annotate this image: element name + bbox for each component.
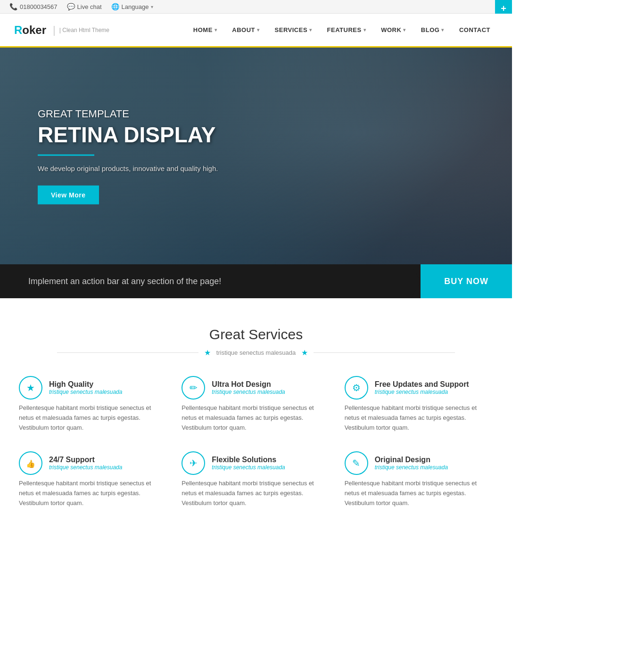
divider-line-left <box>57 352 198 353</box>
service-name: 24/7 Support <box>49 456 122 464</box>
service-card-original: Original Design tristique senectus males… <box>345 451 493 508</box>
divider-line-right <box>314 352 455 353</box>
service-icon-wrap <box>19 376 42 400</box>
chevron-down-icon: ▾ <box>363 27 366 33</box>
logo-rest: oker <box>22 24 46 37</box>
service-header: Flexible Solutions tristique senectus ma… <box>182 451 330 475</box>
language-label: Language <box>122 3 149 10</box>
service-info: 24/7 Support tristique senectus malesuad… <box>49 456 122 471</box>
globe-icon: 🌐 <box>111 3 119 10</box>
logo-subtitle: | Clean Html Theme <box>59 27 109 33</box>
brush-icon <box>190 382 198 393</box>
plane-icon <box>190 457 198 469</box>
star-icon-left: ★ <box>204 348 211 357</box>
service-name: Free Updates and Support <box>375 380 469 389</box>
live-chat-item[interactable]: 💬 Live chat <box>67 3 102 10</box>
live-chat-label: Live chat <box>77 3 102 10</box>
action-bar: Implement an action bar at any section o… <box>0 264 512 298</box>
nav-services[interactable]: SERVICES ▾ <box>267 13 320 47</box>
phone-number: 01800034567 <box>20 3 58 10</box>
section-tagline: tristique senectus malesuada <box>216 349 296 356</box>
hero-section: GREAT TEMPLATE RETINA DISPLAY We develop… <box>0 48 512 264</box>
service-icon-wrap <box>182 376 205 400</box>
hero-content: GREAT TEMPLATE RETINA DISPLAY We develop… <box>38 108 218 204</box>
section-divider: ★ tristique senectus malesuada ★ <box>19 348 493 357</box>
service-description: Pellentesque habitant morbi tristique se… <box>19 403 167 433</box>
logo[interactable]: R oker <box>14 24 46 37</box>
service-name: Flexible Solutions <box>212 456 285 464</box>
service-tagline: tristique senectus malesuada <box>212 389 285 395</box>
service-info: Ultra Hot Design tristique senectus male… <box>212 380 285 395</box>
service-name: High Quality <box>49 380 122 389</box>
service-header: Free Updates and Support tristique senec… <box>345 376 493 400</box>
chevron-down-icon: ▾ <box>441 27 444 33</box>
service-header: 24/7 Support tristique senectus malesuad… <box>19 451 167 475</box>
service-tagline: tristique senectus malesuada <box>375 389 469 395</box>
service-card-support: 24/7 Support tristique senectus malesuad… <box>19 451 167 508</box>
service-tagline: tristique senectus malesuada <box>49 389 122 395</box>
service-icon-wrap <box>345 451 368 475</box>
language-item[interactable]: 🌐 Language ▾ <box>111 3 154 10</box>
chevron-down-icon: ▾ <box>309 27 312 33</box>
service-tagline: tristique senectus malesuada <box>49 464 122 471</box>
service-info: High Quality tristique senectus malesuad… <box>49 380 122 395</box>
thumb-icon <box>26 458 35 469</box>
service-card-high-quality: High Quality tristique senectus malesuad… <box>19 376 167 433</box>
chevron-down-icon: ▾ <box>257 27 260 33</box>
service-icon-wrap <box>345 376 368 400</box>
star-icon <box>26 382 35 393</box>
navbar: R oker | | Clean Html Theme HOME ▾ ABOUT… <box>0 14 512 48</box>
service-card-updates: Free Updates and Support tristique senec… <box>345 376 493 433</box>
service-description: Pellentesque habitant morbi tristique se… <box>182 479 330 508</box>
section-header: Great Services ★ tristique senectus male… <box>19 326 493 357</box>
hero-cta-button[interactable]: View More <box>38 185 99 204</box>
top-bar: 📞 01800034567 💬 Live chat 🌐 Language ▾ + <box>0 0 512 14</box>
service-description: Pellentesque habitant morbi tristique se… <box>182 403 330 433</box>
service-header: Original Design tristique senectus males… <box>345 451 493 475</box>
nav-features[interactable]: FEATURES ▾ <box>320 13 374 47</box>
hero-subtitle: GREAT TEMPLATE <box>38 108 218 120</box>
nav-blog[interactable]: BLOG ▾ <box>413 13 452 47</box>
star-icon-right: ★ <box>301 348 308 357</box>
nav-links: HOME ▾ ABOUT ▾ SERVICES ▾ FEATURES ▾ WOR… <box>186 13 498 47</box>
service-icon-wrap <box>182 451 205 475</box>
hero-divider <box>38 154 94 155</box>
service-description: Pellentesque habitant morbi tristique se… <box>19 479 167 508</box>
action-bar-text: Implement an action bar at any section o… <box>0 277 421 286</box>
service-tagline: tristique senectus malesuada <box>375 464 448 471</box>
chevron-down-icon: ▾ <box>215 27 217 33</box>
chevron-down-icon: ▾ <box>151 4 153 9</box>
service-card-ultra-hot: Ultra Hot Design tristique senectus male… <box>182 376 330 433</box>
service-name: Ultra Hot Design <box>212 380 285 389</box>
buy-now-button[interactable]: BUY NOW <box>421 264 512 298</box>
nav-about[interactable]: ABOUT ▾ <box>224 13 267 47</box>
service-info: Original Design tristique senectus males… <box>375 456 448 471</box>
service-name: Original Design <box>375 456 448 464</box>
section-title: Great Services <box>19 326 493 343</box>
services-section: Great Services ★ tristique senectus male… <box>0 298 512 527</box>
service-description: Pellentesque habitant morbi tristique se… <box>345 479 493 508</box>
service-icon-wrap <box>19 451 42 475</box>
nav-home[interactable]: HOME ▾ <box>186 13 225 47</box>
nav-work[interactable]: WORK ▾ <box>373 13 413 47</box>
service-card-flexible: Flexible Solutions tristique senectus ma… <box>182 451 330 508</box>
share-icon <box>352 382 361 393</box>
nav-contact[interactable]: CONTACT <box>452 13 498 47</box>
logo-r: R <box>14 24 22 37</box>
service-info: Free Updates and Support tristique senec… <box>375 380 469 395</box>
services-grid: High Quality tristique senectus malesuad… <box>19 376 493 508</box>
service-info: Flexible Solutions tristique senectus ma… <box>212 456 285 471</box>
service-tagline: tristique senectus malesuada <box>212 464 285 471</box>
logo-divider: | <box>53 24 56 36</box>
chevron-down-icon: ▾ <box>403 27 406 33</box>
service-header: Ultra Hot Design tristique senectus male… <box>182 376 330 400</box>
pencil-icon <box>352 457 360 469</box>
chat-icon: 💬 <box>67 3 75 10</box>
phone-item: 📞 01800034567 <box>9 3 58 10</box>
service-header: High Quality tristique senectus malesuad… <box>19 376 167 400</box>
hero-description: We develop original products, innovative… <box>38 164 218 172</box>
service-description: Pellentesque habitant morbi tristique se… <box>345 403 493 433</box>
phone-icon: 📞 <box>9 3 17 10</box>
hero-title: RETINA DISPLAY <box>38 123 218 147</box>
